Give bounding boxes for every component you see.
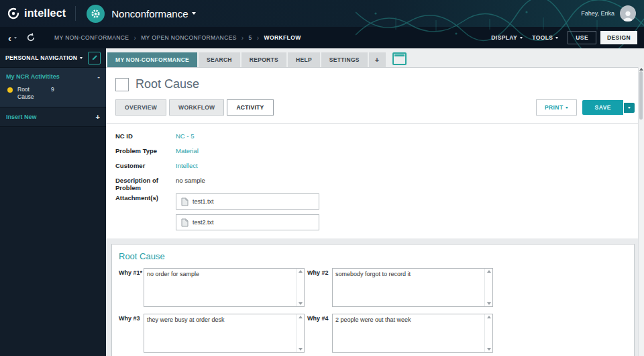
- file-icon: [181, 218, 189, 227]
- why-4-textarea[interactable]: 2 people were out that week: [333, 314, 489, 352]
- tab-help[interactable]: HELP: [288, 52, 320, 67]
- attachment-file[interactable]: test2.txt: [176, 214, 319, 230]
- textarea-scrollbar[interactable]: [484, 314, 492, 352]
- scroll-up-icon[interactable]: [487, 270, 491, 273]
- breadcrumb-item[interactable]: MY NON-CONFORMANCE: [54, 34, 129, 41]
- sidebar-item-root-cause[interactable]: Root Cause 9: [0, 83, 106, 107]
- personal-navigation-label: PERSONAL NAVIGATION: [5, 54, 83, 61]
- scroll-up-icon[interactable]: [639, 68, 643, 71]
- status-dot: [7, 87, 13, 93]
- why-2-textarea[interactable]: somebody forgot to record it: [333, 269, 489, 306]
- why-1-textarea[interactable]: no order for sample: [144, 269, 301, 306]
- header-divider: [75, 6, 76, 21]
- record-toolbar: OVERVIEW WORKFLOW ACTIVITY PRINT SAVE: [115, 99, 635, 116]
- top-header: intellect Nonconformance Fahey, Erika: [0, 0, 644, 27]
- why-row: Why #1* no order for sample Why #2: [119, 268, 627, 307]
- tab-add[interactable]: +: [369, 52, 386, 67]
- why-label: Why #4: [307, 314, 332, 322]
- refresh-icon: [26, 33, 36, 42]
- print-label: PRINT: [545, 104, 564, 111]
- field-value: no sample: [176, 176, 205, 184]
- tab-search[interactable]: SEARCH: [199, 52, 240, 67]
- scroll-up-icon[interactable]: [299, 316, 303, 318]
- module-gear-icon[interactable]: [87, 5, 105, 23]
- root-cause-section: Root Cause Why #1* no order for sample: [111, 244, 635, 356]
- save-options-button[interactable]: [624, 103, 635, 113]
- scroll-down-icon[interactable]: [487, 302, 491, 305]
- sidebar-group-ncr-activities: My NCR Activitites - Root Cause 9: [0, 68, 106, 107]
- field-value[interactable]: Material: [176, 146, 199, 154]
- subtab-overview[interactable]: OVERVIEW: [115, 99, 166, 116]
- field-value[interactable]: Intellect: [176, 161, 198, 169]
- personal-navigation-text: PERSONAL NAVIGATION: [5, 54, 77, 61]
- vertical-scrollbar[interactable]: [638, 67, 644, 356]
- design-button[interactable]: DESIGN: [600, 31, 637, 44]
- subtab-workflow[interactable]: WORKFLOW: [169, 99, 224, 116]
- module-title-label: Nonconformance: [111, 8, 188, 19]
- field-row: NC ID NC - 5: [115, 132, 635, 146]
- record-checkbox[interactable]: [115, 78, 129, 91]
- textarea-scrollbar[interactable]: [296, 269, 304, 306]
- avatar[interactable]: [620, 5, 636, 21]
- scroll-down-icon[interactable]: [299, 348, 303, 351]
- page-title: Root Cause: [136, 77, 199, 91]
- popout-window-icon[interactable]: [392, 52, 407, 65]
- why-3-textarea[interactable]: they were busy at order desk: [144, 314, 301, 352]
- why-label: Why #3: [119, 314, 144, 322]
- breadcrumb-item[interactable]: 5: [249, 34, 252, 41]
- module-title[interactable]: Nonconformance: [111, 8, 195, 19]
- scroll-down-icon[interactable]: [487, 348, 491, 351]
- personal-navigation-header[interactable]: PERSONAL NAVIGATION: [0, 48, 106, 68]
- user-menu[interactable]: Fahey, Erika: [581, 5, 636, 21]
- group-header[interactable]: My NCR Activitites -: [0, 68, 106, 83]
- person-icon: [622, 9, 634, 21]
- display-menu[interactable]: DISPLAY: [491, 34, 523, 41]
- save-button[interactable]: SAVE: [582, 100, 623, 115]
- scroll-up-icon[interactable]: [299, 270, 303, 273]
- attachment-list: test1.txt test2.txt: [176, 193, 319, 230]
- caret-down-icon: [14, 37, 17, 39]
- record-actions: PRINT SAVE: [536, 99, 635, 116]
- tab-settings[interactable]: SETTINGS: [321, 52, 368, 67]
- refresh-button[interactable]: [26, 33, 36, 42]
- scrollbar-thumb[interactable]: [639, 71, 643, 120]
- tab-reports[interactable]: REPORTS: [241, 52, 286, 67]
- scroll-down-icon[interactable]: [299, 302, 303, 305]
- caret-down-icon: [80, 57, 83, 59]
- back-button[interactable]: ‹: [8, 32, 17, 44]
- record-fields: NC ID NC - 5 Problem Type Material Custo…: [115, 132, 635, 230]
- print-button[interactable]: PRINT: [536, 99, 578, 116]
- attachment-file[interactable]: test1.txt: [176, 193, 319, 210]
- breadcrumb-separator: ›: [133, 34, 136, 42]
- caret-down-icon: [520, 37, 523, 39]
- logo-text: intellect: [24, 7, 66, 19]
- crumbbar-actions: DISPLAY TOOLS USE DESIGN: [491, 31, 637, 44]
- subtab-activity[interactable]: ACTIVITY: [227, 99, 273, 116]
- attachments-row: Attachment(s) test1.txt: [115, 193, 635, 230]
- why-label: Why #2: [307, 268, 332, 276]
- section-divider: [106, 123, 644, 124]
- scroll-up-icon[interactable]: [487, 316, 491, 318]
- back-icon: ‹: [8, 32, 11, 44]
- caret-down-icon: [566, 107, 568, 109]
- collapse-toggle[interactable]: -: [97, 73, 100, 81]
- breadcrumb-bar: ‹ MY NON-CONFORMANCE › MY OPEN NONCONFOR…: [0, 27, 644, 48]
- edit-navigation-button[interactable]: [88, 52, 101, 64]
- textarea-scrollbar[interactable]: [296, 314, 304, 352]
- textarea-scrollbar[interactable]: [484, 269, 492, 306]
- field-value[interactable]: NC - 5: [176, 132, 194, 140]
- field-label: NC ID: [115, 132, 176, 140]
- tab-my-non-conformance[interactable]: MY NON-CONFORMANCE: [107, 52, 197, 67]
- field-label: Description of Problem: [115, 176, 176, 191]
- insert-new-button[interactable]: Insert New +: [0, 107, 106, 127]
- why-4-input-wrap: 2 people were out that week: [332, 314, 493, 353]
- record-title-row: Root Cause: [115, 77, 635, 91]
- breadcrumb-item[interactable]: MY OPEN NONCONFORMANCES: [141, 34, 237, 41]
- use-button[interactable]: USE: [568, 31, 596, 44]
- sidebar-item-count: 9: [51, 86, 54, 93]
- why-label: Why #1*: [119, 268, 144, 276]
- app-tabbar: MY NON-CONFORMANCE SEARCH REPORTS HELP S…: [106, 48, 644, 68]
- why-3-input-wrap: they were busy at order desk: [144, 314, 305, 353]
- intellect-logo[interactable]: intellect: [7, 7, 66, 20]
- tools-menu[interactable]: TOOLS: [532, 34, 558, 41]
